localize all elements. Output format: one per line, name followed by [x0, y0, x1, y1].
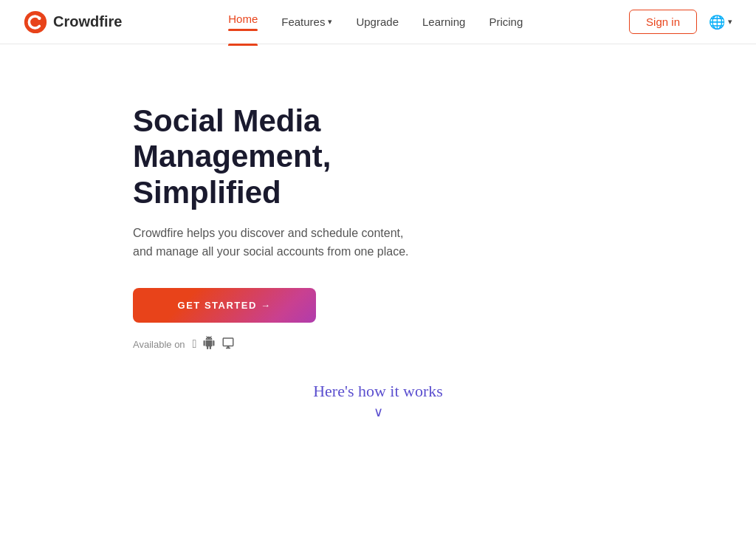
language-chevron-icon: ▾ — [728, 17, 732, 27]
nav-link-upgrade[interactable]: Upgrade — [356, 16, 399, 28]
logo-icon — [24, 10, 47, 34]
signin-button[interactable]: Sign in — [629, 10, 697, 34]
available-on-label: Available on — [133, 339, 185, 350]
platform-icons:  — [193, 336, 236, 352]
nav-item-features[interactable]: Features ▾ — [281, 16, 332, 28]
apple-icon:  — [193, 337, 197, 351]
nav-link-learning[interactable]: Learning — [422, 16, 465, 28]
nav-links: Home Features ▾ Upgrade Learning Pricing — [228, 13, 523, 31]
how-it-works-label: Here's how it works — [313, 382, 443, 401]
how-it-works: Here's how it works ∨ — [0, 382, 756, 419]
svg-point-0 — [24, 10, 47, 32]
language-button[interactable]: 🌐 ▾ — [709, 14, 732, 30]
nav-item-learning[interactable]: Learning — [422, 16, 465, 29]
navbar: Crowdfire Home Features ▾ Upgrade Learni… — [0, 0, 756, 44]
hero-content: Social Media Management, Simplified Crow… — [0, 44, 443, 352]
svg-point-1 — [38, 16, 41, 19]
nav-link-features[interactable]: Features ▾ — [281, 16, 332, 28]
globe-icon: 🌐 — [709, 14, 725, 30]
nav-link-home[interactable]: Home — [228, 13, 258, 25]
available-on: Available on  — [133, 336, 443, 352]
hero-title: Social Media Management, Simplified — [133, 103, 443, 210]
nav-link-pricing[interactable]: Pricing — [489, 16, 523, 28]
chevron-down-icon: ▾ — [328, 17, 332, 27]
logo-link[interactable]: Crowdfire — [24, 10, 122, 34]
how-it-works-chevron[interactable]: ∨ — [374, 405, 383, 419]
nav-item-upgrade[interactable]: Upgrade — [356, 16, 399, 29]
android-icon — [202, 336, 216, 352]
hero-section: Social Media Management, Simplified Crow… — [0, 44, 756, 419]
hero-subtitle: Crowdfire helps you discover and schedul… — [133, 224, 421, 261]
desktop-icon — [221, 336, 235, 352]
nav-item-pricing[interactable]: Pricing — [489, 16, 523, 29]
nav-right: Sign in 🌐 ▾ — [629, 10, 732, 34]
logo-text: Crowdfire — [53, 13, 122, 30]
get-started-button[interactable]: GET STARTED → — [133, 288, 316, 323]
nav-item-home[interactable]: Home — [228, 13, 258, 31]
